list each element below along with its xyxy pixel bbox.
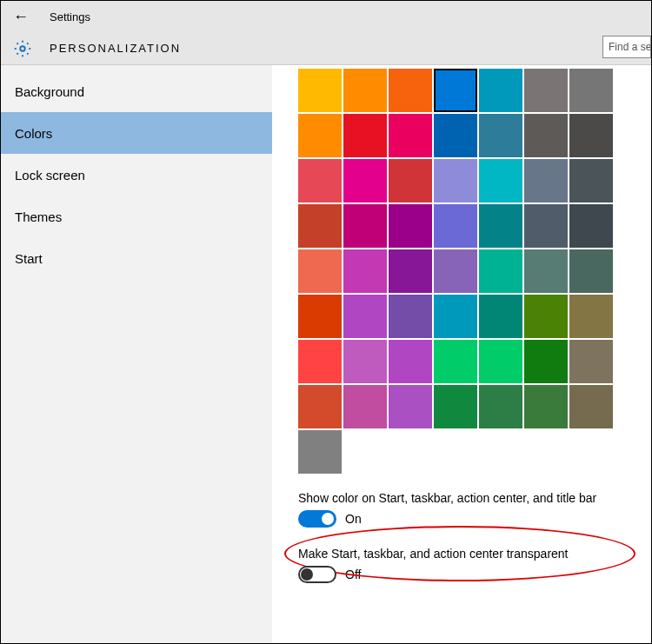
color-swatch[interactable] [434, 159, 477, 202]
color-swatch[interactable] [298, 340, 342, 383]
color-swatch[interactable] [569, 204, 613, 248]
category-title: PERSONALIZATION [50, 42, 181, 55]
color-swatch[interactable] [343, 295, 387, 338]
color-swatch[interactable] [524, 340, 568, 383]
color-swatch[interactable] [434, 340, 477, 383]
color-swatch[interactable] [298, 159, 342, 202]
color-swatch[interactable] [479, 249, 522, 293]
color-swatch[interactable] [389, 114, 432, 157]
back-button[interactable]: ← [13, 9, 50, 24]
content-pane: Show color on Start, taskbar, action cen… [272, 65, 651, 644]
color-swatch[interactable] [389, 159, 432, 202]
color-swatch[interactable] [389, 204, 432, 248]
color-swatch[interactable] [524, 69, 568, 112]
sidebar-item-background[interactable]: Background [1, 70, 272, 112]
color-swatch[interactable] [479, 385, 522, 428]
sidebar-item-themes[interactable]: Themes [1, 196, 272, 237]
color-swatch[interactable] [569, 114, 613, 157]
color-grid [298, 65, 651, 428]
color-swatch[interactable] [479, 159, 522, 202]
color-swatch[interactable] [298, 249, 342, 293]
color-swatch[interactable] [343, 159, 387, 202]
color-swatch[interactable] [479, 340, 522, 383]
color-swatch[interactable] [343, 385, 387, 428]
sidebar-item-lock-screen[interactable]: Lock screen [1, 154, 272, 196]
color-swatch[interactable] [389, 385, 432, 428]
color-swatch[interactable] [569, 340, 613, 383]
sidebar-item-colors[interactable]: Colors [1, 112, 272, 154]
color-swatch[interactable] [479, 295, 522, 338]
color-swatch[interactable] [569, 385, 613, 428]
color-swatch[interactable] [389, 295, 432, 338]
color-swatch[interactable] [434, 385, 477, 428]
svg-point-0 [20, 46, 25, 51]
color-swatch[interactable] [343, 69, 387, 112]
search-placeholder: Find a set [609, 41, 651, 53]
color-swatch[interactable] [298, 204, 342, 248]
setting-transparency-label: Make Start, taskbar, and action center t… [298, 547, 651, 561]
window-title: Settings [50, 10, 90, 23]
color-swatch[interactable] [569, 249, 613, 293]
color-swatch[interactable] [524, 385, 568, 428]
color-swatch[interactable] [343, 249, 387, 293]
color-swatch[interactable] [298, 69, 342, 112]
color-swatch[interactable] [434, 295, 477, 338]
color-swatch[interactable] [298, 295, 342, 338]
setting-transparency: Make Start, taskbar, and action center t… [298, 547, 651, 583]
color-swatch[interactable] [389, 340, 432, 383]
color-swatch[interactable] [343, 204, 387, 248]
gear-icon [13, 39, 32, 58]
setting-show-color: Show color on Start, taskbar, action cen… [298, 491, 651, 528]
sidebar-item-start[interactable]: Start [1, 237, 272, 279]
title-bar: ← Settings [1, 1, 651, 32]
toggle-show-color[interactable] [298, 510, 336, 528]
color-swatch[interactable] [569, 295, 613, 338]
toggle-show-color-state: On [345, 512, 362, 526]
color-swatch[interactable] [569, 69, 613, 112]
color-swatch[interactable] [524, 114, 568, 157]
color-swatch[interactable] [434, 249, 477, 293]
toggle-transparency[interactable] [298, 566, 336, 583]
color-swatch[interactable] [434, 114, 477, 157]
color-swatch[interactable] [524, 204, 568, 248]
category-bar: PERSONALIZATION Find a set [1, 32, 651, 65]
color-swatch[interactable] [524, 295, 568, 338]
color-swatch[interactable] [479, 204, 522, 248]
sidebar: BackgroundColorsLock screenThemesStart [1, 65, 272, 644]
color-swatch[interactable] [524, 159, 568, 202]
color-swatch-extra[interactable] [298, 430, 342, 474]
color-swatch[interactable] [569, 159, 613, 202]
color-swatch[interactable] [479, 114, 522, 157]
search-input[interactable]: Find a set [602, 36, 651, 58]
setting-show-color-label: Show color on Start, taskbar, action cen… [298, 491, 651, 505]
color-swatch[interactable] [298, 114, 342, 157]
toggle-transparency-state: Off [345, 568, 361, 581]
color-swatch[interactable] [343, 114, 387, 157]
color-swatch[interactable] [479, 69, 522, 112]
color-swatch[interactable] [524, 249, 568, 293]
color-swatch[interactable] [389, 249, 432, 293]
color-swatch[interactable] [298, 385, 342, 428]
color-swatch[interactable] [434, 69, 477, 112]
color-swatch[interactable] [434, 204, 477, 248]
color-swatch[interactable] [343, 340, 387, 383]
color-swatch[interactable] [389, 69, 432, 112]
